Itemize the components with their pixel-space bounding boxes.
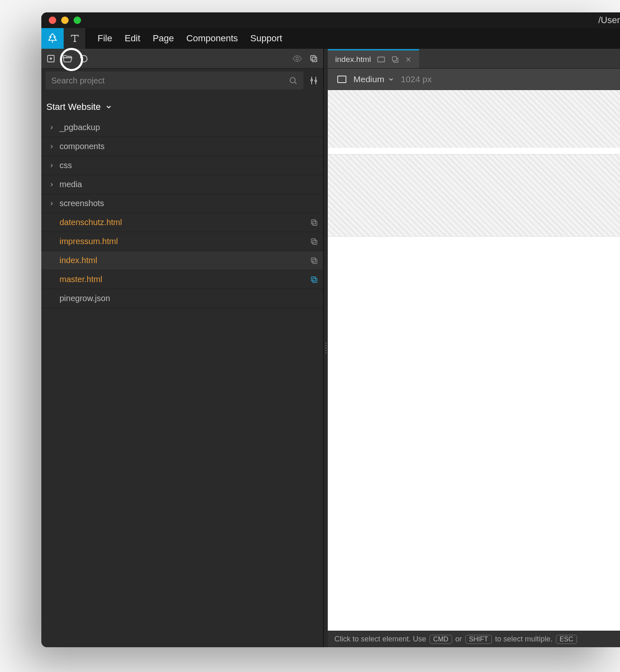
search-row — [41, 69, 323, 93]
svg-rect-19 — [338, 76, 346, 83]
copy-icon[interactable] — [310, 275, 318, 284]
svg-rect-12 — [311, 258, 315, 262]
svg-rect-3 — [312, 57, 317, 62]
new-view-icon[interactable] — [391, 55, 399, 64]
file-tree: _pgbackup components css media screensho… — [41, 118, 323, 647]
svg-rect-7 — [313, 221, 317, 225]
svg-rect-16 — [392, 57, 396, 61]
tab-bar: index.html — [328, 49, 620, 69]
tab-label: index.html — [335, 55, 371, 64]
visibility-icon[interactable] — [292, 53, 303, 64]
menu-components[interactable]: Components — [186, 33, 238, 44]
panel-resize-handle[interactable] — [324, 49, 328, 647]
chevron-down-icon — [105, 103, 112, 111]
viewport-size-label: Medium — [353, 74, 384, 84]
tree-folder[interactable]: components — [41, 137, 323, 156]
status-text: Click to select element. Use — [334, 635, 426, 644]
viewport-width-label: 1024 px — [401, 74, 432, 84]
import-icon[interactable] — [45, 53, 56, 64]
tree-folder-label: media — [60, 180, 82, 189]
tree-folder[interactable]: screenshots — [41, 194, 323, 213]
copy-icon[interactable] — [310, 237, 318, 246]
tree-folder-label: screenshots — [60, 199, 104, 208]
canvas-region — [328, 154, 620, 237]
tree-file-label: impressum.html — [60, 237, 118, 246]
tree-file[interactable]: impressum.html — [41, 232, 323, 251]
svg-rect-13 — [313, 278, 317, 282]
tree-folder-label: components — [60, 142, 105, 151]
menubar: File Edit Page Components Support — [41, 28, 620, 49]
status-text: or — [455, 635, 462, 644]
search-input[interactable] — [51, 76, 289, 85]
text-tool-icon[interactable] — [64, 28, 86, 49]
tree-file[interactable]: datenschutz.html — [41, 213, 323, 232]
tree-folder-label: _pgbackup — [60, 123, 100, 132]
close-tab-icon[interactable] — [405, 56, 412, 63]
menu-page[interactable]: Page — [153, 33, 174, 44]
viewport-size-selector[interactable]: Medium — [353, 74, 394, 84]
copy-icon[interactable] — [310, 256, 318, 265]
chevron-right-icon — [49, 182, 57, 188]
key-cmd: CMD — [429, 635, 452, 644]
menu-file[interactable]: File — [98, 33, 112, 44]
editor-panel: index.html Medium 1024 px — [328, 49, 620, 647]
page-canvas[interactable] — [328, 90, 620, 631]
project-name: Start Website — [46, 102, 101, 112]
window-controls — [49, 17, 81, 24]
tree-file-label: index.html — [60, 256, 97, 265]
canvas-area — [328, 90, 620, 631]
tree-file-label: master.html — [60, 275, 102, 284]
viewport-frame-icon[interactable] — [337, 75, 347, 83]
tree-folder[interactable]: media — [41, 175, 323, 194]
copy-icon[interactable] — [310, 218, 318, 227]
tree-folder[interactable]: css — [41, 156, 323, 175]
workspace: Start Website _pgbackup components css — [41, 49, 620, 647]
svg-rect-4 — [311, 55, 315, 60]
search-input-wrap[interactable] — [45, 71, 303, 90]
pinegrow-logo-icon[interactable] — [41, 28, 64, 49]
svg-rect-8 — [311, 220, 315, 224]
tree-file-active[interactable]: index.html — [41, 251, 323, 270]
svg-rect-15 — [377, 57, 384, 62]
project-header[interactable]: Start Website — [41, 93, 323, 118]
menu-edit[interactable]: Edit — [124, 33, 140, 44]
viewport-bar: Medium 1024 px — [328, 69, 620, 90]
devtools-icon[interactable] — [308, 75, 319, 86]
tree-file-label: datenschutz.html — [60, 218, 122, 227]
chevron-right-icon — [49, 144, 57, 150]
chevron-right-icon — [49, 125, 57, 131]
status-text: to select multiple. — [495, 635, 553, 644]
status-bar: Click to select element. Use CMD or SHIF… — [328, 631, 620, 647]
key-shift: SHIFT — [465, 635, 492, 644]
project-panel: Start Website _pgbackup components css — [41, 49, 324, 647]
key-esc: ESC — [556, 635, 577, 644]
tree-file[interactable]: pinegrow.json — [41, 289, 323, 308]
svg-rect-9 — [313, 240, 317, 244]
project-toolbar — [41, 49, 323, 69]
open-project-icon[interactable] — [62, 53, 73, 64]
chevron-down-icon — [388, 76, 394, 83]
svg-line-6 — [295, 82, 296, 84]
zoom-window-button[interactable] — [74, 17, 81, 24]
tree-file[interactable]: master.html — [41, 270, 323, 289]
menu-support[interactable]: Support — [250, 33, 282, 44]
svg-rect-14 — [311, 277, 315, 281]
close-window-button[interactable] — [49, 17, 56, 24]
duplicate-icon[interactable] — [308, 53, 319, 64]
svg-point-5 — [290, 78, 296, 83]
search-icon[interactable] — [289, 76, 298, 85]
tree-file-label: pinegrow.json — [60, 294, 110, 303]
chevron-right-icon — [49, 163, 57, 169]
minimize-window-button[interactable] — [61, 17, 69, 24]
tree-folder-label: css — [60, 161, 72, 170]
svg-point-2 — [296, 57, 298, 60]
tree-folder[interactable]: _pgbackup — [41, 118, 323, 137]
device-icon[interactable] — [377, 56, 385, 63]
svg-rect-11 — [313, 259, 317, 263]
chevron-right-icon — [49, 201, 57, 207]
titlebar: /User — [41, 12, 620, 28]
tab-index-html[interactable]: index.html — [328, 49, 419, 68]
app-window: /User File Edit Page Components Support — [41, 12, 620, 647]
window-title: /User — [598, 12, 620, 28]
undo-icon[interactable] — [79, 53, 89, 64]
